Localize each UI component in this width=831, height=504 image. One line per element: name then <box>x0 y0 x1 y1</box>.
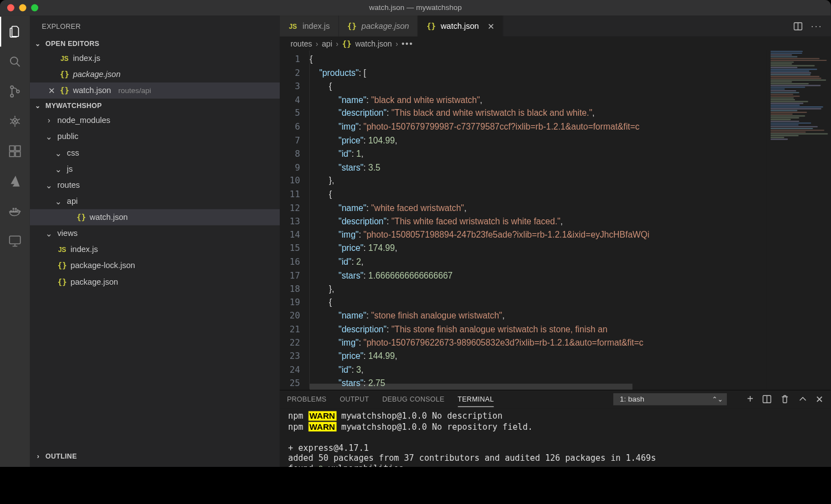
close-icon[interactable]: ✕ <box>48 86 56 95</box>
json-file-icon: {} <box>60 86 69 95</box>
code-editor[interactable]: 1234567891011121314151617181920212223242… <box>280 50 831 390</box>
panel-tab-debug-console[interactable]: DEBUG CONSOLE <box>382 395 444 403</box>
open-editors-list: JSindex.js{}package.json✕{}watch.jsonrou… <box>30 50 280 99</box>
breadcrumb-more-icon[interactable]: ••• <box>402 39 413 48</box>
breadcrumbs[interactable]: routes›api›{}watch.json›••• <box>280 37 831 50</box>
section-header[interactable]: ›NPM SCRIPTS <box>30 462 280 467</box>
file-tree: ›node_modules⌄public⌄css⌄js⌄routes⌄api{}… <box>30 112 280 449</box>
terminal-selector[interactable]: 1: bash ⌃⌄ <box>613 393 727 405</box>
file-item[interactable]: {}package-lock.json <box>30 258 280 274</box>
terminal-output[interactable]: npm WARN mywatchshop@1.0.0 No descriptio… <box>280 409 831 467</box>
line-gutter: 1234567891011121314151617181920212223242… <box>280 50 310 390</box>
svg-line-10 <box>18 122 19 124</box>
collapsed-sections: ›OUTLINE›NPM SCRIPTS›AZURE IOT HUB <box>30 449 280 467</box>
panel-tab-problems[interactable]: PROBLEMS <box>287 395 327 403</box>
svg-rect-13 <box>9 152 14 157</box>
open-editor-item[interactable]: ✕{}watch.jsonroutes/api <box>30 83 280 99</box>
editor-tabs: JSindex.js{}package.json{}watch.json✕ ··… <box>280 16 831 37</box>
panel-tabs: PROBLEMSOUTPUTDEBUG CONSOLETERMINAL 1: b… <box>280 390 831 409</box>
open-editor-item[interactable]: {}package.json <box>30 66 280 83</box>
section-header[interactable]: ›OUTLINE <box>30 449 280 462</box>
split-terminal-icon[interactable] <box>762 394 771 404</box>
svg-rect-20 <box>15 208 17 209</box>
bottom-panel: PROBLEMSOUTPUTDEBUG CONSOLETERMINAL 1: b… <box>280 390 831 467</box>
code-content[interactable]: { "products": [ { "name": "black and whi… <box>310 50 831 390</box>
minimap[interactable] <box>766 50 831 390</box>
close-panel-icon[interactable]: ✕ <box>815 394 823 405</box>
open-editor-item[interactable]: JSindex.js <box>30 50 280 66</box>
panel-tab-terminal[interactable]: TERMINAL <box>458 395 494 407</box>
svg-rect-12 <box>9 146 14 151</box>
tab-label: watch.json <box>441 22 479 30</box>
svg-point-3 <box>11 94 13 97</box>
breadcrumb-segment[interactable]: watch.json <box>355 39 392 48</box>
file-item[interactable]: JSindex.js <box>30 241 280 258</box>
kill-terminal-icon[interactable] <box>780 394 789 404</box>
open-editor-path: routes/api <box>118 86 151 95</box>
horizontal-scrollbar[interactable] <box>310 384 759 390</box>
activity-explorer-icon[interactable] <box>0 17 30 47</box>
editor-tab[interactable]: {}watch.json✕ <box>418 16 504 37</box>
activity-source-control-icon[interactable] <box>0 76 30 106</box>
breadcrumb-segment[interactable]: api <box>322 39 332 48</box>
folder-label: views <box>58 229 78 238</box>
json-file-icon: {} <box>427 22 436 30</box>
folder-item[interactable]: ⌄views <box>30 225 280 241</box>
activity-search-icon[interactable] <box>0 47 30 76</box>
workspace-header[interactable]: ⌄ MYWATCHSHOP <box>30 99 280 112</box>
new-terminal-icon[interactable]: + <box>747 393 754 405</box>
chevron-down-icon: ⌄ <box>44 132 54 141</box>
breadcrumb-separator-icon: › <box>336 39 338 48</box>
editor-tab-actions: ··· <box>793 16 830 37</box>
folder-item[interactable]: ⌄js <box>30 161 280 177</box>
folder-item[interactable]: ⌄routes <box>30 177 280 193</box>
window-titlebar[interactable]: watch.json — mywatchshop <box>0 0 831 16</box>
folder-label: public <box>58 132 79 141</box>
breadcrumb-segment[interactable]: routes <box>290 39 312 48</box>
editor-tab[interactable]: {}package.json <box>339 16 418 37</box>
file-label: watch.json <box>90 213 128 222</box>
activity-settings-icon[interactable]: 1 <box>0 460 30 467</box>
chevron-down-icon: ⌄ <box>44 180 54 189</box>
split-editor-icon[interactable] <box>793 21 802 30</box>
activity-bar: 1 <box>0 16 30 467</box>
more-actions-icon[interactable]: ··· <box>811 20 823 31</box>
file-label: index.js <box>70 245 98 254</box>
json-file-icon: {} <box>58 261 67 270</box>
chevron-right-icon: › <box>44 116 54 125</box>
dropdown-caret-icon: ⌃⌄ <box>712 395 722 403</box>
folder-label: js <box>67 164 73 173</box>
editor-group: JSindex.js{}package.json{}watch.json✕ ··… <box>280 16 831 467</box>
chevron-down-icon: ⌄ <box>54 164 63 173</box>
folder-item[interactable]: ⌄css <box>30 145 280 161</box>
terminal-selector-value: 1: bash <box>620 395 644 403</box>
activity-remote-explorer-icon[interactable] <box>0 226 30 256</box>
editor-tab[interactable]: JSindex.js <box>280 16 339 37</box>
open-editor-label: watch.json <box>73 86 111 95</box>
scrollbar-thumb[interactable] <box>310 384 633 390</box>
folder-label: api <box>67 197 78 205</box>
svg-point-2 <box>11 86 13 89</box>
folder-item[interactable]: ›node_modules <box>30 112 280 128</box>
close-icon[interactable]: ✕ <box>488 21 495 30</box>
json-file-icon: {} <box>58 277 67 286</box>
panel-tab-output[interactable]: OUTPUT <box>340 395 369 403</box>
json-file-icon: {} <box>76 213 86 222</box>
section-label: NPM SCRIPTS <box>45 466 94 467</box>
folder-item[interactable]: ⌄public <box>30 128 280 145</box>
sidebar-title: EXPLORER <box>30 16 280 37</box>
folder-label: css <box>67 148 79 157</box>
activity-azure-icon[interactable] <box>0 166 30 196</box>
maximize-panel-icon[interactable] <box>798 394 807 404</box>
svg-line-1 <box>17 63 19 66</box>
activity-extensions-icon[interactable] <box>0 136 30 166</box>
activity-run-debug-icon[interactable] <box>0 106 30 136</box>
js-file-icon: JS <box>58 246 67 253</box>
folder-item[interactable]: ⌄api <box>30 193 280 209</box>
activity-docker-icon[interactable] <box>0 196 30 226</box>
open-editor-label: index.js <box>73 54 100 63</box>
open-editors-header[interactable]: ⌄ OPEN EDITORS <box>30 37 280 50</box>
file-item[interactable]: {}watch.json <box>30 209 280 225</box>
file-item[interactable]: {}package.json <box>30 274 280 290</box>
svg-line-8 <box>18 119 19 120</box>
